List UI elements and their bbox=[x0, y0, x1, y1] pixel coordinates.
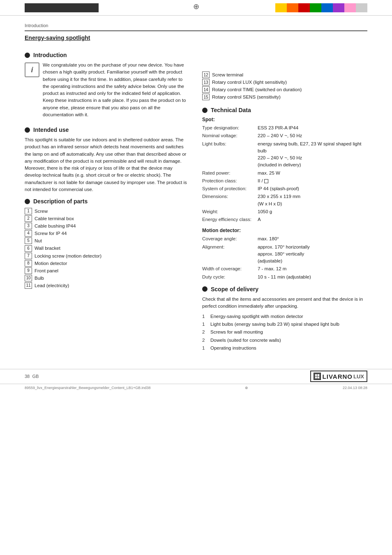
part-number: 9 bbox=[25, 267, 32, 274]
field-value: max. 25 W bbox=[258, 169, 367, 177]
logo-text-main: LIVARNO bbox=[323, 373, 353, 380]
motion-table: Coverage angle:max. 180°Alignment:approx… bbox=[202, 235, 367, 281]
parts-list: 1Screw2Cable terminal box3Cable bushing … bbox=[25, 208, 190, 289]
field-key: Type designation: bbox=[202, 124, 258, 132]
field-key: Alignment: bbox=[202, 243, 258, 265]
footer-compass: ⊕ bbox=[245, 386, 248, 390]
scope-intro: Check that all the items and accessories… bbox=[202, 296, 367, 310]
info-icon: i bbox=[25, 62, 39, 77]
logo-icon bbox=[314, 373, 321, 380]
part-number: 10 bbox=[25, 275, 32, 281]
list-item: 1Screw bbox=[25, 208, 190, 214]
bullet-description bbox=[25, 199, 30, 204]
intended-use-text: This spotlight is suitable for use indoo… bbox=[25, 136, 190, 193]
part-label: Front panel bbox=[35, 267, 58, 274]
field-value: ESS 23 PIR-A IP44 bbox=[258, 124, 367, 132]
field-key: Coverage angle: bbox=[202, 235, 258, 243]
color-block bbox=[344, 3, 356, 12]
field-value: IP 44 (splash-proof) bbox=[258, 185, 367, 193]
item-number: 14 bbox=[202, 86, 210, 93]
intro-heading-label: Introduction bbox=[33, 52, 67, 58]
info-box: i We congratulate you on the purchase of… bbox=[25, 62, 190, 122]
list-item: 15Rotary control SENS (sensitivity) bbox=[202, 94, 367, 100]
footer-line: 89559_livx_Energiesparstrahler_Bewegungs… bbox=[0, 384, 392, 391]
list-item: 7Locking screw (motion detector) bbox=[25, 253, 190, 259]
part-number: 6 bbox=[25, 245, 32, 252]
field-value: 7 - max. 12 m bbox=[258, 265, 367, 273]
part-number: 1 bbox=[25, 208, 32, 214]
list-item: 14Rotary control TIME (switched on durat… bbox=[202, 86, 367, 93]
field-value: max. 180° bbox=[258, 235, 367, 243]
list-item: Light bulbs (energy saving bulb 23 W) sp… bbox=[202, 321, 367, 327]
two-col-layout: Introduction i We congratulate you on th… bbox=[25, 47, 367, 352]
list-item: 11Lead (electricity) bbox=[25, 282, 190, 289]
bullet-intended bbox=[25, 127, 30, 133]
spot-label: Spot: bbox=[202, 117, 367, 122]
field-key: Dimensions: bbox=[202, 193, 258, 208]
field-key: Energy efficiency class: bbox=[202, 216, 258, 223]
item-number: 15 bbox=[202, 94, 210, 100]
part-label: Nut bbox=[35, 237, 42, 244]
item-number: 13 bbox=[202, 79, 210, 85]
logo-box: LIVARNO LUX bbox=[310, 371, 367, 382]
item-label: Rotary control LUX (light sensitivity) bbox=[212, 80, 287, 85]
table-row: Duty cycle:10 s - 11 min (adjustable) bbox=[202, 273, 367, 281]
list-item: 2Cable terminal box bbox=[25, 215, 190, 222]
list-item: 6Wall bracket bbox=[25, 245, 190, 251]
motion-label: Motion detector: bbox=[202, 228, 367, 233]
field-key: Weight: bbox=[202, 208, 258, 216]
logo-area: LIVARNO LUX bbox=[310, 371, 367, 382]
field-value: 220 – 240 V ~, 50 Hz bbox=[258, 132, 367, 140]
table-row: Weight:1050 g bbox=[202, 208, 367, 216]
field-key: Light bulbs: bbox=[202, 140, 258, 169]
table-row: Protection class:II / bbox=[202, 177, 367, 185]
color-block bbox=[298, 3, 310, 12]
compass-symbol: ⊕ bbox=[193, 2, 199, 11]
intro-heading: Introduction bbox=[25, 52, 190, 58]
field-value: approx. 170° horizontallyapprox. 180° ve… bbox=[258, 243, 367, 265]
field-value: 230 x 255 x 119 mm(W x H x D) bbox=[258, 193, 367, 208]
list-item: Operating instructions bbox=[202, 345, 367, 351]
item-label: Rotary control SENS (sensitivity) bbox=[212, 94, 281, 99]
part-number: 7 bbox=[25, 253, 32, 259]
table-row: Alignment:approx. 170° horizontallyappro… bbox=[202, 243, 367, 265]
color-block bbox=[287, 3, 298, 12]
intended-use-label: Intended use bbox=[33, 127, 69, 133]
item-label: Screw terminal bbox=[212, 72, 243, 77]
list-item: 5Nut bbox=[25, 237, 190, 244]
field-key: Duty cycle: bbox=[202, 273, 258, 281]
scope-heading-label: Scope of delivery bbox=[211, 286, 258, 292]
list-item: 13Rotary control LUX (light sensitivity) bbox=[202, 79, 367, 85]
top-divider bbox=[25, 30, 367, 31]
part-number: 11 bbox=[25, 282, 32, 289]
field-key: Nominal voltage: bbox=[202, 132, 258, 140]
color-block bbox=[275, 3, 287, 12]
table-row: Rated power:max. 25 W bbox=[202, 169, 367, 177]
table-row: System of protection:IP 44 (splash-proof… bbox=[202, 185, 367, 193]
part-number: 5 bbox=[25, 237, 32, 244]
intro-text: We congratulate you on the purchase of y… bbox=[43, 62, 190, 118]
intended-use-heading: Intended use bbox=[25, 127, 190, 133]
spot-table: Type designation:ESS 23 PIR-A IP44Nomina… bbox=[202, 124, 367, 223]
list-item: 9Front panel bbox=[25, 267, 190, 274]
part-label: Locking screw (motion detector) bbox=[35, 253, 101, 259]
bullet-technical bbox=[202, 108, 208, 113]
list-item: 8Motion detector bbox=[25, 260, 190, 267]
list-item: 12Screw terminal bbox=[202, 71, 367, 78]
list-item: Energy-saving spotlight with motion dete… bbox=[202, 313, 367, 320]
part-label: Lead (electricity) bbox=[35, 282, 69, 289]
technical-data-label: Technical Data bbox=[211, 107, 251, 113]
main-heading: Energy-saving spotlight bbox=[25, 35, 367, 41]
bullet-intro bbox=[25, 53, 30, 58]
field-key: Width of coverage: bbox=[202, 265, 258, 273]
table-row: Dimensions:230 x 255 x 119 mm(W x H x D) bbox=[202, 193, 367, 208]
list-item: 10Bulb bbox=[25, 275, 190, 281]
part-label: Motion detector bbox=[35, 260, 67, 267]
field-key: System of protection: bbox=[202, 185, 258, 193]
info-icon-letter: i bbox=[31, 66, 33, 74]
col-right: 12Screw terminal13Rotary control LUX (li… bbox=[202, 47, 367, 352]
col-left: Introduction i We congratulate you on th… bbox=[25, 47, 190, 352]
content-area: Introduction Energy-saving spotlight Int… bbox=[0, 16, 392, 361]
table-row: Energy efficiency class:A bbox=[202, 216, 367, 223]
right-col-items: 12Screw terminal13Rotary control LUX (li… bbox=[202, 71, 367, 100]
